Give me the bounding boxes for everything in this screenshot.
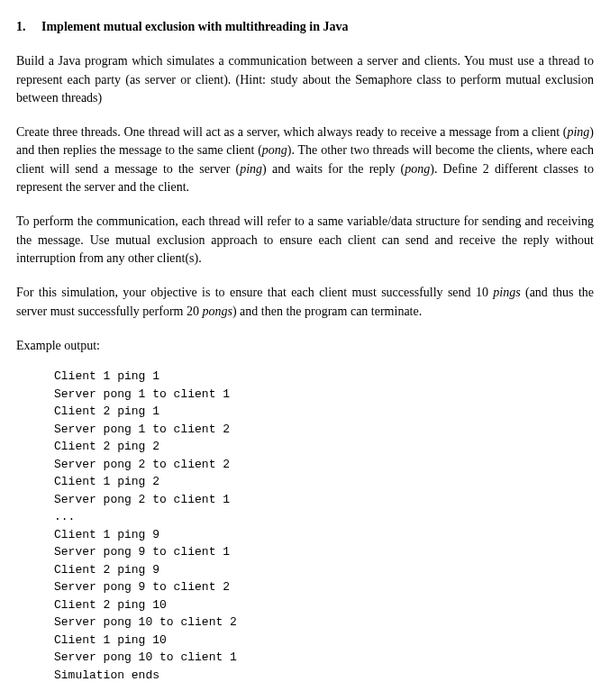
heading-number: 1.	[16, 18, 41, 36]
paragraph-2: Create three threads. One thread will ac…	[16, 123, 594, 196]
p2-em-2: pong	[262, 143, 287, 157]
example-output-label: Example output:	[16, 337, 594, 355]
p4-em-2: pongs	[202, 305, 232, 318]
p4-em-1: pings	[493, 286, 520, 299]
p2-em-4: pong	[405, 162, 430, 176]
paragraph-4: For this simulation, your objective is t…	[16, 284, 594, 321]
p4-text-3: ) and then the program can terminate.	[232, 305, 422, 318]
p2-em-1: ping	[567, 125, 589, 139]
p2-text-4: ) and waits for the reply (	[262, 162, 405, 176]
question-heading: 1. Implement mutual exclusion with multi…	[16, 18, 594, 36]
p2-text-1: Create three threads. One thread will ac…	[16, 125, 567, 139]
heading-text: Implement mutual exclusion with multithr…	[41, 18, 348, 36]
paragraph-1: Build a Java program which simulates a c…	[16, 52, 594, 107]
p4-text-1: For this simulation, your objective is t…	[16, 286, 493, 299]
p2-em-3: ping	[240, 162, 262, 176]
example-output-block: Client 1 ping 1 Server pong 1 to client …	[54, 368, 594, 684]
paragraph-3: To perform the communication, each threa…	[16, 213, 594, 268]
